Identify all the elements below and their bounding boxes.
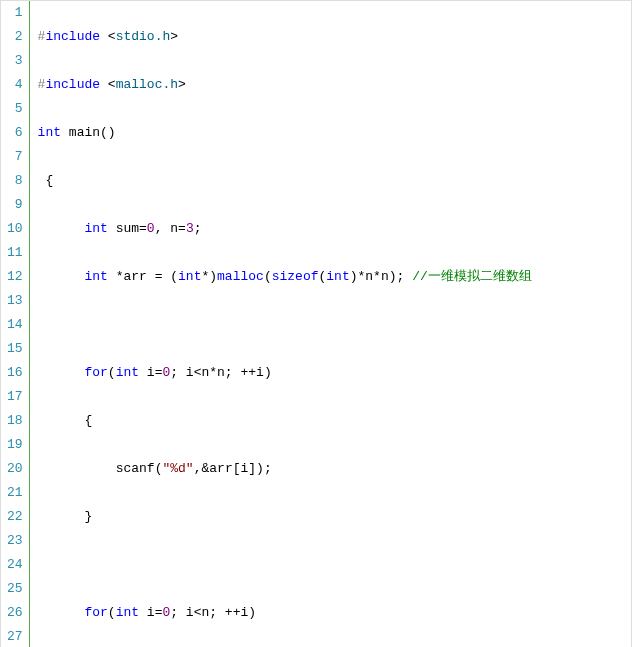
- kw-int: int: [84, 269, 107, 284]
- line-number: 1: [7, 1, 23, 25]
- line-number: 2: [7, 25, 23, 49]
- line-number: 3: [7, 49, 23, 73]
- line-number: 27: [7, 625, 23, 647]
- comment: //一维模拟二维数组: [412, 269, 532, 284]
- code-line: for(int i=0; i<n; ++i): [38, 601, 631, 625]
- line-number: 22: [7, 505, 23, 529]
- code-area: #include <stdio.h> #include <malloc.h> i…: [30, 1, 631, 647]
- line-number: 19: [7, 433, 23, 457]
- line-number: 13: [7, 289, 23, 313]
- code-line: int *arr = (int*)malloc(sizeof(int)*n*n)…: [38, 265, 631, 289]
- code-line: #include <stdio.h>: [38, 25, 631, 49]
- kw-for: for: [84, 365, 107, 380]
- code-editor: 1 2 3 4 5 6 7 8 9 10 11 12 13 14 15 16 1…: [0, 0, 632, 647]
- kw-int: int: [116, 605, 139, 620]
- code-line: scanf("%d",&arr[i]);: [38, 457, 631, 481]
- code-line: }: [38, 505, 631, 529]
- kw-for: for: [84, 605, 107, 620]
- line-number: 7: [7, 145, 23, 169]
- line-number: 12: [7, 265, 23, 289]
- header-name: stdio.h: [116, 29, 171, 44]
- line-number: 16: [7, 361, 23, 385]
- line-number: 20: [7, 457, 23, 481]
- line-number-gutter: 1 2 3 4 5 6 7 8 9 10 11 12 13 14 15 16 1…: [1, 1, 30, 647]
- kw-int: int: [84, 221, 107, 236]
- angle-open: <: [100, 77, 116, 92]
- line-number: 6: [7, 121, 23, 145]
- line-number: 10: [7, 217, 23, 241]
- line-number: 25: [7, 577, 23, 601]
- line-number: 18: [7, 409, 23, 433]
- code-line: #include <malloc.h>: [38, 73, 631, 97]
- line-number: 17: [7, 385, 23, 409]
- code-line: {: [38, 169, 631, 193]
- code-line: [38, 313, 631, 337]
- line-number: 21: [7, 481, 23, 505]
- kw-int: int: [178, 269, 201, 284]
- line-number: 4: [7, 73, 23, 97]
- number: 0: [147, 221, 155, 236]
- fn-malloc: malloc: [217, 269, 264, 284]
- line-number: 24: [7, 553, 23, 577]
- line-number: 9: [7, 193, 23, 217]
- angle-open: <: [100, 29, 116, 44]
- line-number: 26: [7, 601, 23, 625]
- kw-int: int: [116, 365, 139, 380]
- header-name: malloc.h: [116, 77, 178, 92]
- angle-close: >: [178, 77, 186, 92]
- kw-include: include: [45, 29, 100, 44]
- line-number: 14: [7, 313, 23, 337]
- line-number: 11: [7, 241, 23, 265]
- line-number: 23: [7, 529, 23, 553]
- fn-main: main: [69, 125, 100, 140]
- kw-int: int: [326, 269, 349, 284]
- string-literal: "%d": [162, 461, 193, 476]
- code-line: int sum=0, n=3;: [38, 217, 631, 241]
- kw-include: include: [45, 77, 100, 92]
- number: 3: [186, 221, 194, 236]
- line-number: 8: [7, 169, 23, 193]
- code-line: for(int i=0; i<n*n; ++i): [38, 361, 631, 385]
- fn-scanf: scanf: [116, 461, 155, 476]
- code-line: {: [38, 409, 631, 433]
- kw-int: int: [38, 125, 61, 140]
- line-number: 5: [7, 97, 23, 121]
- code-line: int main(): [38, 121, 631, 145]
- angle-close: >: [170, 29, 178, 44]
- kw-sizeof: sizeof: [272, 269, 319, 284]
- line-number: 15: [7, 337, 23, 361]
- code-line: [38, 553, 631, 577]
